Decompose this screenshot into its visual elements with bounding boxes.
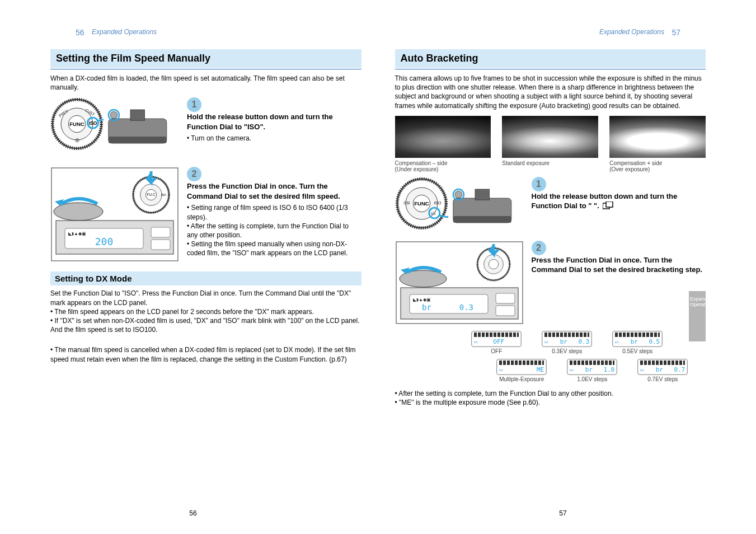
function-dial-illustration: FUNC ISO CUST PREV ◎ — [50, 97, 104, 151]
lcd-iso-value: 200 — [95, 236, 114, 247]
svg-text:br: br — [422, 303, 431, 312]
step-head-2-right: Press the Function Dial in once. Turn th… — [532, 255, 706, 275]
intro-right: This camera allows up to five frames to … — [395, 74, 706, 110]
svg-point-41 — [455, 191, 462, 198]
lcd-07-caption: 0.7EV steps — [637, 376, 688, 382]
step-head-2-left: Press the Function Dial in once. Turn th… — [187, 181, 361, 201]
svg-point-49 — [489, 259, 498, 269]
sample-under — [395, 116, 491, 158]
intro-left: When a DX-coded film is loaded, the film… — [50, 74, 361, 92]
step-badge-2-left: 2 — [187, 167, 201, 181]
sample-caption-over: Compensation + side (Over exposure) — [609, 160, 706, 172]
step-1-left: FUNC ISO CUST PREV ◎ — [50, 97, 361, 159]
foot-right: • After the setting is complete, turn th… — [395, 389, 706, 407]
step-head-1-left: Hold the release button down and turn th… — [187, 112, 361, 132]
step-head-1-right: Hold the release button down and turn th… — [532, 191, 706, 212]
svg-point-13 — [110, 112, 118, 119]
svg-rect-44 — [606, 202, 613, 207]
svg-text:0.3: 0.3 — [459, 303, 473, 312]
svg-point-22 — [54, 203, 103, 221]
camera-body-illustration — [105, 105, 178, 150]
svg-text:◎: ◎ — [75, 137, 79, 143]
section-tab-label: ExpandedOperations — [690, 297, 705, 308]
svg-text:ISO: ISO — [161, 193, 167, 196]
lcd-10: ▭br1.0 — [567, 359, 617, 375]
section-underline-right — [395, 69, 706, 69]
lcd-off: ▭OFF — [471, 331, 522, 347]
step-badge-1-left: 1 — [187, 97, 201, 112]
subsection-body-left: Set the Function Dial to "ISO". Press th… — [50, 289, 361, 334]
right-page: Auto Bracketing This camera allows up to… — [395, 28, 706, 413]
bracketing-icon — [603, 202, 614, 212]
svg-rect-12 — [130, 110, 145, 120]
camera-body-illustration-right — [450, 185, 523, 229]
sample-image-strip — [395, 116, 706, 158]
svg-rect-27 — [151, 240, 170, 250]
lcd-10-caption: 1.0EV steps — [567, 376, 617, 382]
step-badge-1-right: 1 — [532, 177, 546, 191]
section-title-left: Setting the Film Speed Manually — [50, 49, 361, 68]
step-1-right: FUNC ISO OSI ▭ — [395, 177, 706, 233]
svg-rect-39 — [453, 216, 511, 223]
bottom-page-right: 57 — [549, 509, 577, 517]
svg-text:OSI: OSI — [403, 201, 410, 205]
lcd-03: ▭br0.3 — [542, 331, 592, 347]
svg-text:FU  C: FU C — [147, 193, 156, 197]
lcd-options: ▭OFF OFF ▭br0.3 0.3EV steps ▭br0.5 — [429, 331, 706, 382]
page-number-top-right: 57 — [672, 28, 680, 37]
left-page: Setting the Film Speed Manually When a D… — [50, 28, 361, 413]
section-title-right: Auto Bracketing — [395, 49, 706, 68]
svg-rect-40 — [475, 189, 490, 200]
lcd-05: ▭br0.5 — [612, 331, 663, 347]
svg-rect-26 — [151, 227, 170, 237]
lcd-07: ▭br0.7 — [637, 359, 688, 375]
sample-caption-standard: Standard exposure — [502, 160, 598, 172]
svg-text:◣◗▲◆▣: ◣◗▲◆▣ — [68, 231, 86, 236]
svg-text:FUNC: FUNC — [69, 121, 84, 128]
function-dial-illustration-right: FUNC ISO OSI ▭ — [395, 177, 448, 230]
sample-caption-under: Compensation – side (Under exposure) — [395, 160, 491, 172]
svg-text:ISO: ISO — [89, 121, 97, 127]
section-underline-left — [50, 69, 361, 69]
subsection-title-left: Setting to DX Mode — [50, 271, 361, 285]
step-2-right: ◣◗▲◆▣ br 0.3 2 Press the Function Dial i… — [395, 241, 706, 326]
step-badge-2-right: 2 — [532, 241, 546, 255]
lcd-off-caption: OFF — [471, 348, 522, 354]
step-2-left: FU C ISO ◣◗▲◆▣ 200 — [50, 167, 361, 264]
svg-text:ISO: ISO — [434, 200, 441, 205]
running-header-right: Expanded Operations — [599, 28, 664, 36]
step2-illustration-left: FU C ISO ◣◗▲◆▣ 200 — [50, 167, 179, 262]
lcd-me: ▭ME — [496, 359, 547, 375]
lcd-03-caption: 0.3EV steps — [542, 348, 592, 354]
sample-over — [609, 116, 706, 158]
svg-rect-54 — [496, 293, 515, 303]
svg-rect-11 — [109, 137, 167, 143]
sample-standard — [502, 116, 598, 158]
page-number-top-left: 56 — [76, 28, 84, 37]
svg-text:FUNC: FUNC — [414, 200, 429, 207]
step2-illustration-right: ◣◗▲◆▣ br 0.3 — [395, 241, 524, 325]
lcd-05-caption: 0.5EV steps — [612, 348, 663, 354]
svg-text:▭: ▭ — [430, 210, 435, 216]
svg-text:◣◗▲◆▣: ◣◗▲◆▣ — [413, 297, 431, 302]
step-body-2-left: • Setting range of film speed is ISO 6 t… — [187, 203, 361, 257]
lcd-me-caption: Multiple-Exposure — [496, 376, 547, 382]
bottom-page-left: 56 — [179, 509, 207, 517]
note-left: • The manual film speed is cancelled whe… — [50, 345, 361, 363]
step-body-1-left: • Turn on the camera. — [187, 134, 361, 143]
svg-rect-55 — [496, 306, 515, 316]
running-header-left: Expanded Operations — [92, 28, 157, 36]
